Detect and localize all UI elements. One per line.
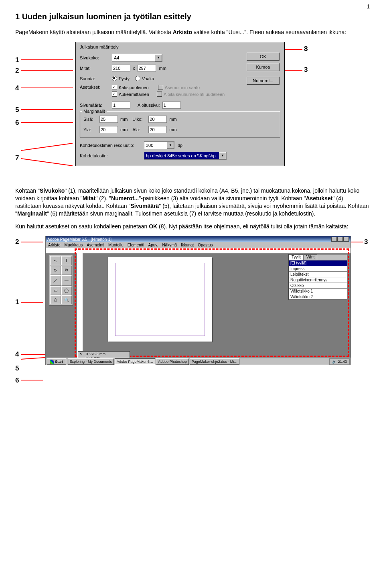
start-button[interactable]: Start	[47, 358, 66, 365]
heading: 1 Uuden julkaisun luominen ja työtilan e…	[15, 12, 370, 21]
menu-asemointi[interactable]: Asemointi	[87, 243, 104, 247]
menu-ikkunat[interactable]: Ikkunat	[181, 243, 194, 247]
anno-4: 4	[15, 84, 19, 92]
dialog-title: Julkaisun määrittely	[76, 42, 284, 51]
sivukoko-dropdown[interactable]: A4 ▼	[112, 54, 162, 62]
document-page[interactable]	[108, 257, 212, 342]
menu-opastus[interactable]: Opastus	[198, 243, 213, 247]
polygon-tool-icon[interactable]: ⬠	[50, 295, 61, 304]
kohdetulostin-dropdown[interactable]: hp deskjet 845c series on \\Kingi\hp ▼	[144, 152, 227, 160]
style-item[interactable]: [Ei tyyliä]	[289, 260, 347, 266]
taskbar[interactable]: Start Exploring - My Documents Adobe Pag…	[46, 358, 351, 365]
dpi-label: dpi	[178, 143, 184, 148]
ala-input[interactable]	[148, 126, 167, 133]
task-document[interactable]: PageMaker-ohje2.doc - Mi…	[190, 358, 240, 365]
anno-7: 7	[15, 154, 19, 162]
zoom-tool-icon[interactable]: 🔍	[61, 295, 72, 304]
minimize-icon[interactable]	[331, 237, 337, 242]
style-item[interactable]: Leipäteksti	[289, 271, 347, 277]
canvas[interactable]	[84, 256, 244, 344]
kaksip-check[interactable]	[112, 85, 117, 90]
constrained-line-tool-icon[interactable]: —	[61, 275, 72, 285]
chevron-down-icon: ▼	[155, 54, 162, 61]
mm-2: mm	[169, 117, 176, 122]
ulko-input[interactable]	[148, 116, 167, 123]
menu-apuv[interactable]: Apuv.	[148, 243, 158, 247]
window-titlebar[interactable]: Adobe PageMaker 6.5 - [Nimetön-1]	[46, 236, 351, 242]
anno2-5: 5	[15, 364, 19, 372]
page-margins	[115, 263, 205, 336]
anno-2: 2	[15, 67, 19, 75]
kohdetulostin-value: hp deskjet 845c series on \\Kingi\hp	[146, 153, 216, 158]
style-item[interactable]: Impressi	[289, 266, 347, 271]
anno-5: 5	[15, 106, 19, 114]
mitat-width-input[interactable]	[112, 65, 130, 72]
tab-tyylit[interactable]: Tyylit	[289, 254, 304, 260]
pagemaker-screenshot: 2 3 1 4 5 6 Adobe PageMaker 6.5 - [Nimet…	[15, 236, 370, 385]
resoluutio-value: 300	[146, 143, 153, 148]
tray-icon[interactable]: 🔊	[332, 360, 336, 364]
yla-input[interactable]	[99, 126, 118, 133]
anno2-6: 6	[15, 376, 19, 385]
anno2-3: 3	[364, 238, 368, 246]
ellipse-tool-icon[interactable]: ◯	[61, 286, 72, 295]
sivumaara-input[interactable]	[112, 102, 130, 109]
anno-3: 3	[304, 66, 308, 74]
aloitanum-check[interactable]	[157, 92, 162, 97]
line-tool-icon[interactable]: ／	[50, 275, 61, 285]
anno-6: 6	[15, 119, 19, 127]
aloitussivu-input[interactable]	[162, 102, 181, 109]
dialog-screenshot: 1 2 4 5 6 7 8 3 Julkaisun määrittely OK …	[15, 42, 370, 182]
numerot-label: Numerot...	[253, 78, 273, 83]
style-item[interactable]: Negatiivinen riiennys	[289, 277, 347, 283]
para-2: Kohtaan "Sivukoko" (1), määritellään jul…	[15, 187, 370, 218]
style-item[interactable]: Väliotsikko 1	[289, 288, 347, 294]
tool-palette[interactable]: ↖ T ⟳ ⧉ ／ — ▭ ◯ ⬠ 🔍	[49, 255, 73, 305]
menu-elementti[interactable]: Elementti	[128, 243, 144, 247]
coord-x: X 275,3 mm	[86, 352, 106, 356]
para1-e: . Eteen aukeaa seuraavanlainen ikkuna:	[246, 29, 346, 35]
ok-button[interactable]: OK	[247, 53, 280, 61]
anno2-1: 1	[15, 298, 19, 306]
menu-arkisto[interactable]: Arkisto	[48, 243, 61, 247]
menu-nakyma[interactable]: Näkymä	[162, 243, 177, 247]
menu-muokkaus[interactable]: Muokkaus	[65, 243, 83, 247]
style-item[interactable]: Otsikko	[289, 283, 347, 288]
menu-muotoilu[interactable]: Muotoilu	[108, 243, 124, 247]
vaaka-label: Vaaka	[142, 76, 154, 81]
pysty-radio[interactable]	[112, 76, 117, 81]
sisa-label: Sisä:	[83, 117, 99, 122]
menu-bar[interactable]: Arkisto Muokkaus Asemointi Muotoilu Elem…	[46, 242, 351, 248]
asem-check[interactable]	[158, 85, 163, 90]
rect-tool-icon[interactable]: ▭	[50, 286, 61, 295]
style-item[interactable]: Väliotsikko 2	[289, 294, 347, 299]
windows-icon	[50, 360, 54, 364]
numerot-button[interactable]: Numerot...	[247, 77, 280, 85]
text-tool-icon[interactable]: T	[61, 256, 72, 265]
aukeam-check[interactable]	[112, 92, 117, 97]
kumoa-button[interactable]: Kumoa	[247, 63, 280, 71]
styles-palette[interactable]: Tyylit Värit [Ei tyyliä] Impressi Leipät…	[288, 254, 347, 300]
crop-tool-icon[interactable]: ⧉	[61, 266, 72, 275]
mitat-height-input[interactable]	[138, 65, 156, 72]
task-pagemaker[interactable]: Adobe PageMaker 6…	[115, 358, 155, 365]
task-explorer[interactable]: Exploring - My Documents	[68, 358, 114, 365]
tab-varit[interactable]: Värit	[304, 254, 318, 260]
resoluutio-dropdown[interactable]: 300 ▼	[144, 141, 174, 149]
vaaka-radio[interactable]	[135, 76, 140, 81]
window-title: Adobe PageMaker 6.5 - [Nimetön-1]	[47, 237, 111, 242]
maximize-icon[interactable]	[337, 237, 343, 242]
marginaalit-title: Marginaalit	[82, 109, 107, 114]
pointer-tool-icon[interactable]: ↖	[50, 256, 61, 265]
yla-label: Ylä:	[83, 127, 99, 132]
system-tray[interactable]: 🔊 21:43	[329, 358, 350, 365]
sisa-input[interactable]	[99, 116, 118, 123]
close-icon[interactable]	[343, 237, 349, 242]
aukeam-label: Aukeamittainen	[119, 92, 149, 97]
task-photoshop[interactable]: Adobe Photoshop	[156, 358, 189, 365]
rotate-tool-icon[interactable]: ⟳	[50, 266, 61, 275]
resoluutio-label: Kohdetulostimen resoluutio:	[80, 143, 144, 148]
para1-b: Arkisto	[173, 29, 192, 35]
suunta-label: Suunta:	[80, 76, 112, 81]
anno2-4: 4	[15, 350, 19, 358]
